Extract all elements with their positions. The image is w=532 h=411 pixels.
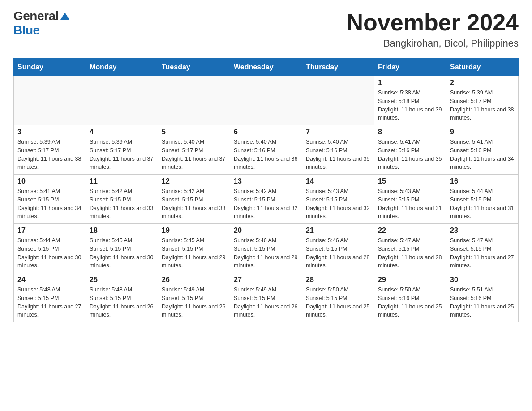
logo-blue-text: Blue [13,23,40,38]
day-info: Sunrise: 5:40 AMSunset: 5:16 PMDaylight:… [306,138,370,171]
calendar-week-row: 10Sunrise: 5:41 AMSunset: 5:15 PMDayligh… [14,175,519,224]
day-number: 11 [90,177,154,185]
day-number: 1 [378,79,442,87]
calendar-day-cell: 16Sunrise: 5:44 AMSunset: 5:15 PMDayligh… [446,175,519,224]
day-number: 10 [17,177,82,185]
calendar-week-row: 17Sunrise: 5:44 AMSunset: 5:15 PMDayligh… [14,224,519,273]
day-info: Sunrise: 5:50 AMSunset: 5:15 PMDaylight:… [306,286,370,319]
calendar-day-cell: 1Sunrise: 5:38 AMSunset: 5:18 PMDaylight… [374,76,446,125]
day-info: Sunrise: 5:45 AMSunset: 5:15 PMDaylight:… [90,236,154,270]
calendar-day-cell: 7Sunrise: 5:40 AMSunset: 5:16 PMDaylight… [302,125,374,175]
day-info: Sunrise: 5:42 AMSunset: 5:15 PMDaylight:… [162,187,226,221]
calendar-day-cell: 19Sunrise: 5:45 AMSunset: 5:15 PMDayligh… [158,224,230,273]
header: General Blue November 2024 Bangkirohan, … [13,9,519,49]
calendar-day-cell [302,76,374,125]
calendar-day-cell: 20Sunrise: 5:46 AMSunset: 5:15 PMDayligh… [230,224,302,273]
weekday-header-friday: Friday [374,59,446,76]
calendar-day-cell: 30Sunrise: 5:51 AMSunset: 5:16 PMDayligh… [446,273,519,322]
calendar-table: SundayMondayTuesdayWednesdayThursdayFrid… [13,58,519,322]
day-info: Sunrise: 5:39 AMSunset: 5:17 PMDaylight:… [90,138,154,171]
calendar-day-cell: 24Sunrise: 5:48 AMSunset: 5:15 PMDayligh… [14,273,86,322]
day-info: Sunrise: 5:39 AMSunset: 5:17 PMDaylight:… [17,138,82,171]
calendar-day-cell: 27Sunrise: 5:49 AMSunset: 5:15 PMDayligh… [230,273,302,322]
day-info: Sunrise: 5:40 AMSunset: 5:17 PMDaylight:… [162,138,226,171]
title-area: November 2024 Bangkirohan, Bicol, Philip… [347,9,519,49]
day-info: Sunrise: 5:49 AMSunset: 5:15 PMDaylight:… [162,286,226,319]
logo: General Blue [13,9,69,38]
calendar-day-cell: 4Sunrise: 5:39 AMSunset: 5:17 PMDaylight… [86,125,158,175]
day-number: 2 [450,79,515,87]
calendar-week-row: 24Sunrise: 5:48 AMSunset: 5:15 PMDayligh… [14,273,519,322]
day-info: Sunrise: 5:44 AMSunset: 5:15 PMDaylight:… [17,236,82,270]
month-year-title: November 2024 [347,9,519,36]
day-info: Sunrise: 5:41 AMSunset: 5:16 PMDaylight:… [450,138,515,171]
day-info: Sunrise: 5:51 AMSunset: 5:16 PMDaylight:… [450,286,515,319]
calendar-day-cell: 28Sunrise: 5:50 AMSunset: 5:15 PMDayligh… [302,273,374,322]
day-info: Sunrise: 5:41 AMSunset: 5:15 PMDaylight:… [17,187,82,221]
calendar-day-cell: 13Sunrise: 5:42 AMSunset: 5:15 PMDayligh… [230,175,302,224]
calendar-day-cell: 25Sunrise: 5:48 AMSunset: 5:15 PMDayligh… [86,273,158,322]
day-info: Sunrise: 5:41 AMSunset: 5:16 PMDaylight:… [378,138,442,171]
calendar-day-cell: 8Sunrise: 5:41 AMSunset: 5:16 PMDaylight… [374,125,446,175]
day-info: Sunrise: 5:47 AMSunset: 5:15 PMDaylight:… [378,236,442,270]
day-info: Sunrise: 5:40 AMSunset: 5:16 PMDaylight:… [234,138,298,171]
calendar-day-cell: 21Sunrise: 5:46 AMSunset: 5:15 PMDayligh… [302,224,374,273]
weekday-header-saturday: Saturday [446,59,519,76]
calendar-day-cell: 26Sunrise: 5:49 AMSunset: 5:15 PMDayligh… [158,273,230,322]
day-number: 23 [450,227,515,235]
calendar-day-cell: 29Sunrise: 5:50 AMSunset: 5:16 PMDayligh… [374,273,446,322]
calendar-header: SundayMondayTuesdayWednesdayThursdayFrid… [14,59,519,76]
calendar-day-cell: 6Sunrise: 5:40 AMSunset: 5:16 PMDaylight… [230,125,302,175]
calendar-day-cell: 5Sunrise: 5:40 AMSunset: 5:17 PMDaylight… [158,125,230,175]
day-info: Sunrise: 5:46 AMSunset: 5:15 PMDaylight:… [306,236,370,270]
calendar-day-cell: 15Sunrise: 5:43 AMSunset: 5:15 PMDayligh… [374,175,446,224]
day-info: Sunrise: 5:38 AMSunset: 5:18 PMDaylight:… [378,89,442,122]
day-info: Sunrise: 5:48 AMSunset: 5:15 PMDaylight:… [17,286,82,319]
day-info: Sunrise: 5:39 AMSunset: 5:17 PMDaylight:… [450,89,515,122]
calendar-day-cell: 2Sunrise: 5:39 AMSunset: 5:17 PMDaylight… [446,76,519,125]
day-number: 14 [306,177,370,185]
day-info: Sunrise: 5:47 AMSunset: 5:15 PMDaylight:… [450,236,515,270]
day-number: 12 [162,177,226,185]
day-number: 30 [450,276,515,284]
calendar-day-cell: 12Sunrise: 5:42 AMSunset: 5:15 PMDayligh… [158,175,230,224]
day-number: 15 [378,177,442,185]
day-number: 29 [378,276,442,284]
day-info: Sunrise: 5:50 AMSunset: 5:16 PMDaylight:… [378,286,442,319]
location-subtitle: Bangkirohan, Bicol, Philippines [347,38,519,49]
day-number: 20 [234,227,298,235]
day-number: 27 [234,276,298,284]
day-info: Sunrise: 5:42 AMSunset: 5:15 PMDaylight:… [90,187,154,221]
day-number: 13 [234,177,298,185]
day-number: 7 [306,128,370,136]
day-info: Sunrise: 5:49 AMSunset: 5:15 PMDaylight:… [234,286,298,319]
day-info: Sunrise: 5:46 AMSunset: 5:15 PMDaylight:… [234,236,298,270]
calendar-week-row: 3Sunrise: 5:39 AMSunset: 5:17 PMDaylight… [14,125,519,175]
day-number: 4 [90,128,154,136]
calendar-day-cell [158,76,230,125]
calendar-day-cell: 11Sunrise: 5:42 AMSunset: 5:15 PMDayligh… [86,175,158,224]
weekday-header-tuesday: Tuesday [158,59,230,76]
day-number: 25 [90,276,154,284]
day-number: 5 [162,128,226,136]
calendar-day-cell: 18Sunrise: 5:45 AMSunset: 5:15 PMDayligh… [86,224,158,273]
calendar-day-cell: 10Sunrise: 5:41 AMSunset: 5:15 PMDayligh… [14,175,86,224]
weekday-header-row: SundayMondayTuesdayWednesdayThursdayFrid… [14,59,519,76]
calendar-day-cell [230,76,302,125]
day-number: 28 [306,276,370,284]
weekday-header-thursday: Thursday [302,59,374,76]
day-number: 17 [17,227,82,235]
day-number: 21 [306,227,370,235]
weekday-header-monday: Monday [86,59,158,76]
day-number: 3 [17,128,82,136]
day-number: 24 [17,276,82,284]
calendar-day-cell: 23Sunrise: 5:47 AMSunset: 5:15 PMDayligh… [446,224,519,273]
calendar-day-cell: 3Sunrise: 5:39 AMSunset: 5:17 PMDaylight… [14,125,86,175]
day-number: 16 [450,177,515,185]
day-number: 22 [378,227,442,235]
calendar-day-cell [14,76,86,125]
day-number: 18 [90,227,154,235]
calendar-day-cell: 9Sunrise: 5:41 AMSunset: 5:16 PMDaylight… [446,125,519,175]
day-info: Sunrise: 5:42 AMSunset: 5:15 PMDaylight:… [234,187,298,221]
logo-general-text: General [13,9,59,23]
